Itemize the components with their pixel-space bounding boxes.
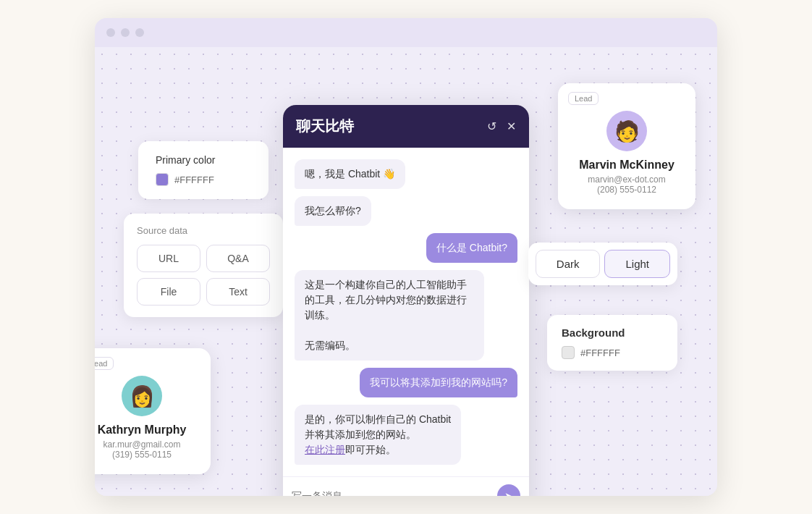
background-color-hex: #FFFFFF	[580, 347, 620, 358]
chat-msg-2: 我怎么帮你?	[295, 196, 371, 226]
chat-header: 聊天比特 ↺ ✕	[283, 105, 529, 148]
primary-color-title: Primary color	[156, 154, 251, 166]
close-icon[interactable]: ✕	[507, 119, 516, 133]
background-card: Background #FFFFFF	[547, 315, 677, 371]
browser-content: Primary color #FFFFFF Source data URL Q&…	[95, 47, 717, 496]
chat-input[interactable]	[292, 490, 491, 496]
browser-topbar	[95, 18, 717, 47]
lead-email-marvin: marvin@ex-dot.com	[575, 174, 678, 185]
theme-toggle-card: Dark Light	[528, 243, 677, 285]
chat-msg-1: 嗯，我是 Chatbit 👋	[295, 159, 405, 189]
register-link[interactable]: 在此注册	[305, 444, 345, 455]
dark-theme-button[interactable]: Dark	[536, 250, 601, 278]
lead-avatar-kathryn: 👩	[122, 376, 162, 416]
chat-header-icons: ↺ ✕	[487, 119, 516, 133]
source-data-card: Source data URL Q&A File Text	[124, 214, 283, 317]
traffic-light-yellow	[121, 28, 130, 37]
lead-phone-kathryn: (319) 555-0115	[95, 450, 193, 460]
lead-card-marvin: Lead 🧑 Marvin McKinney marvin@ex-dot.com…	[558, 83, 695, 209]
lead-avatar-marvin: 🧑	[606, 111, 647, 151]
background-color-swatch[interactable]	[562, 346, 575, 359]
source-data-grid: URL Q&A File Text	[137, 245, 270, 306]
send-button[interactable]: ➤	[497, 484, 520, 496]
traffic-light-red	[106, 28, 115, 37]
chat-msg-6: 是的，你可以制作自己的 Chatbit并将其添加到您的网站。在此注册即可开始。	[295, 405, 461, 465]
lead-card-kathryn: Lead 👩 Kathryn Murphy kar.mur@gmail.com …	[95, 348, 211, 474]
primary-color-swatch[interactable]	[156, 173, 169, 186]
source-btn-url[interactable]: URL	[137, 245, 200, 272]
lead-phone-marvin: (208) 555-0112	[575, 185, 678, 195]
chat-body: 嗯，我是 Chatbit 👋 我怎么帮你? 什么是 Chatbit? 这是一个构…	[283, 148, 529, 476]
lead-name-kathryn: Kathryn Murphy	[95, 424, 193, 437]
background-card-title: Background	[562, 326, 663, 339]
chat-input-area: ➤	[283, 476, 529, 496]
source-btn-qa[interactable]: Q&A	[206, 245, 270, 272]
browser-window: Primary color #FFFFFF Source data URL Q&…	[95, 18, 717, 496]
lead-name-marvin: Marvin McKinney	[575, 159, 678, 172]
lead-email-kathryn: kar.mur@gmail.com	[95, 439, 193, 450]
traffic-light-green	[135, 28, 144, 37]
chat-msg-4: 这是一个构建你自己的人工智能助手的工具，在几分钟内对您的数据进行训练。无需编码。	[295, 270, 484, 361]
primary-color-card: Primary color #FFFFFF	[138, 141, 268, 199]
chat-widget: 聊天比特 ↺ ✕ 嗯，我是 Chatbit 👋 我怎么帮你? 什么是 Chatb…	[283, 105, 529, 496]
light-theme-button[interactable]: Light	[604, 250, 670, 278]
chat-title: 聊天比特	[296, 117, 354, 136]
lead-badge-marvin: Lead	[568, 92, 599, 105]
chat-msg-5: 我可以将其添加到我的网站吗?	[360, 368, 517, 397]
primary-color-hex: #FFFFFF	[174, 174, 214, 185]
source-btn-text[interactable]: Text	[206, 278, 270, 306]
source-btn-file[interactable]: File	[137, 278, 200, 306]
lead-badge-kathryn: Lead	[95, 357, 114, 370]
refresh-icon[interactable]: ↺	[487, 119, 496, 133]
chat-msg-3: 什么是 Chatbit?	[426, 233, 517, 263]
source-data-title: Source data	[137, 225, 270, 236]
